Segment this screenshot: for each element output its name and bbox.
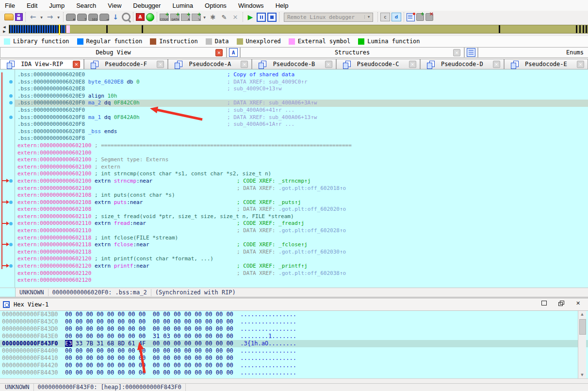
disasm-line[interactable]: .bss:00000000006020E8; sub_4009C0+13↑w — [15, 85, 588, 93]
disasm-line[interactable]: extern:0000000000602108 ; int puts(const… — [15, 192, 588, 199]
tab-debug-view[interactable]: Debug View✕ — [0, 47, 227, 58]
disasm-line[interactable]: extern:0000000000602110; DATA XREF: .got… — [15, 227, 588, 235]
search-next-icon[interactable]: → — [99, 14, 109, 21]
search-immediate-icon[interactable]: # — [66, 14, 76, 21]
menu-debugger[interactable]: Debugger — [133, 2, 161, 9]
string-dropdown-icon[interactable]: ▼ — [202, 13, 207, 21]
save-icon[interactable] — [15, 13, 23, 21]
close-icon[interactable]: ✕ — [577, 61, 584, 68]
step-over-icon[interactable]: c — [380, 13, 390, 21]
menu-lumina[interactable]: Lumina — [172, 2, 193, 9]
disasm-line[interactable]: extern:0000000000602120; DATA XREF: .got… — [15, 270, 588, 277]
debugger-selector[interactable]: Remote Linux debugger▼ — [284, 13, 373, 22]
hex-row[interactable]: 0000000000F843F0 E3 33 7B 31 68 8D 61 4F… — [0, 340, 588, 347]
restore-icon[interactable] — [558, 300, 564, 306]
menu-windows[interactable]: Windows — [238, 2, 264, 9]
forward-icon[interactable]: → — [45, 13, 55, 21]
tab-structures-icon[interactable]: A — [227, 47, 240, 58]
menu-edit[interactable]: Edit — [27, 2, 37, 9]
disasm-line[interactable]: extern:0000000000602120 ; int printf(con… — [15, 255, 588, 263]
disasm-line[interactable]: .bss:00000000006020F8 — [15, 135, 588, 142]
hex-row[interactable]: 0000000000F84420 00 00 00 00 00 00 00 00… — [0, 362, 588, 369]
disasm-line[interactable]: extern:0000000000602110 extrn fread:near… — [15, 220, 588, 227]
menu-options[interactable]: Options — [205, 2, 227, 9]
search-text-icon[interactable]: T — [77, 14, 87, 21]
disasm-line[interactable]: .bss:00000000006020F8 _bss ends — [15, 128, 588, 136]
edit-icon[interactable]: ✎ — [219, 13, 229, 21]
disasm-line[interactable]: extern:0000000000602100 ; extern — [15, 164, 588, 171]
disasm-line[interactable]: extern:0000000000602118 extrn fclose:nea… — [15, 241, 588, 249]
disasm-line[interactable]: extern:0000000000602120 extrn printf:nea… — [15, 263, 588, 270]
back-icon[interactable]: ← — [28, 13, 38, 21]
stop-process-icon[interactable] — [267, 13, 277, 22]
tab-pseudocode-a[interactable]: Pseudocode-A✕ — [168, 59, 252, 69]
disasm-line[interactable]: extern:0000000000602120 — [15, 277, 588, 284]
disasm-line[interactable]: .bss:00000000006020F8 ma_1 dq 0F842A0h; … — [15, 114, 588, 121]
tab-structures[interactable]: Structures✕ — [240, 47, 464, 58]
menu-jump[interactable]: Jump — [49, 2, 65, 9]
disasm-line[interactable]: .bss:00000000006020E8 byte_6020E8 db 0; … — [15, 79, 588, 86]
close-icon[interactable]: ✕ — [409, 61, 416, 68]
menu-help[interactable]: Help — [276, 2, 289, 9]
hex-row[interactable]: 0000000000F843C0 00 00 00 00 00 00 00 00… — [0, 318, 588, 325]
disasm-line[interactable]: extern:0000000000602118 ; int fclose(FIL… — [15, 235, 588, 242]
menu-file[interactable]: File — [5, 2, 15, 9]
make-data-icon[interactable]: DATA — [170, 14, 180, 21]
disassembly-view[interactable]: .bss:00000000006020E0; Copy of shared da… — [0, 69, 588, 288]
tab-enums[interactable]: Enums — [478, 47, 588, 58]
disasm-line[interactable]: extern:0000000000602100; DATA XREF: .got… — [15, 185, 588, 192]
undefine-icon[interactable]: ✕ — [230, 13, 240, 21]
navigation-band[interactable]: ◀▶ — [0, 23, 588, 35]
back-dropdown-icon[interactable]: ▼ — [39, 13, 44, 21]
disasm-line[interactable]: .bss:00000000006020F0 ma_2 dq 0F842C0h; … — [15, 100, 588, 107]
disasm-line[interactable]: extern:0000000000602110 ; size_t fread(v… — [15, 213, 588, 221]
open-file-icon[interactable] — [4, 14, 14, 20]
pause-process-icon[interactable] — [257, 13, 266, 22]
make-code-icon[interactable]: CODE — [160, 14, 169, 21]
disasm-line[interactable]: extern:0000000000602100 ; ==============… — [15, 142, 588, 150]
hex-row[interactable]: 0000000000F84430 00 00 00 00 00 00 00 00… — [0, 369, 588, 376]
disasm-line[interactable]: extern:0000000000602118; DATA XREF: .got… — [15, 249, 588, 256]
menu-search[interactable]: Search — [76, 2, 96, 9]
jump-icon[interactable]: ↓ — [111, 13, 120, 21]
disasm-line[interactable]: extern:0000000000602100 extrn strncmp:ne… — [15, 178, 588, 185]
hex-view-titlebar[interactable]: Hex View-1 ✕ — [0, 299, 588, 311]
selected-byte[interactable]: E3 — [65, 340, 72, 347]
close-icon[interactable]: ✕ — [215, 49, 223, 56]
disasm-line[interactable]: extern:0000000000602100 ; int strncmp(co… — [15, 170, 588, 178]
search-binary-icon[interactable]: 101 — [88, 14, 98, 21]
tab-ida-view-rip[interactable]: IDA View-RIP✕ — [0, 59, 84, 69]
hex-row[interactable]: 0000000000F84410 00 00 00 00 00 00 00 00… — [0, 355, 588, 362]
debugger-windows-icon[interactable] — [407, 13, 415, 21]
disasm-line[interactable]: extern:0000000000602108 extrn puts:near;… — [15, 199, 588, 206]
make-name-icon[interactable]: A — [181, 14, 190, 21]
disasm-line[interactable]: extern:0000000000602100 ; Segment type: … — [15, 156, 588, 164]
forward-dropdown-icon[interactable]: ▼ — [56, 13, 61, 21]
chevron-left-icon[interactable]: ◀ — [3, 25, 5, 30]
disasm-line[interactable]: .bss:00000000006020E9 align 10h — [15, 93, 588, 100]
close-icon[interactable]: ✕ — [325, 61, 332, 68]
continue-process-icon[interactable]: ▶ — [245, 13, 255, 21]
chevron-right-icon[interactable]: ▶ — [3, 30, 5, 34]
disasm-line[interactable]: .bss:00000000006020F0; sub_400A06+41↑r .… — [15, 107, 588, 114]
patch-icon[interactable]: ✱ — [208, 13, 218, 21]
tab-pseudocode-f[interactable]: Pseudocode-F✕ — [84, 59, 168, 69]
hex-scrollbar[interactable]: ▲ ▼ — [578, 311, 586, 378]
make-string-icon[interactable]: 's — [192, 14, 201, 21]
hex-row[interactable]: 0000000000F843D0 00 00 00 00 00 00 00 00… — [0, 325, 588, 333]
hex-row[interactable]: 0000000000F843E0 00 00 00 00 00 00 00 00… — [0, 333, 588, 340]
disasm-line[interactable]: .bss:00000000006020E0; Copy of shared da… — [15, 71, 588, 79]
hex-row[interactable]: 0000000000F843B0 00 00 00 00 00 00 00 00… — [0, 311, 588, 318]
scroll-up-icon[interactable]: ▲ — [578, 311, 586, 318]
delete-breakpoint-icon[interactable] — [425, 13, 433, 21]
close-icon[interactable]: ✕ — [453, 49, 460, 56]
problems-icon[interactable]: A — [136, 13, 145, 21]
scrollbar-thumb[interactable] — [579, 319, 586, 335]
navband-scroll-icons[interactable]: ◀▶ — [1, 24, 7, 34]
close-icon[interactable]: ✕ — [575, 300, 581, 306]
search-lock-icon[interactable] — [122, 13, 131, 21]
tab-pseudocode-c[interactable]: Pseudocode-C✕ — [336, 59, 420, 69]
close-icon[interactable]: ✕ — [73, 61, 80, 68]
tab-pseudocode-e[interactable]: Pseudocode-E✕ — [504, 59, 588, 69]
record-state-icon[interactable] — [146, 13, 154, 21]
